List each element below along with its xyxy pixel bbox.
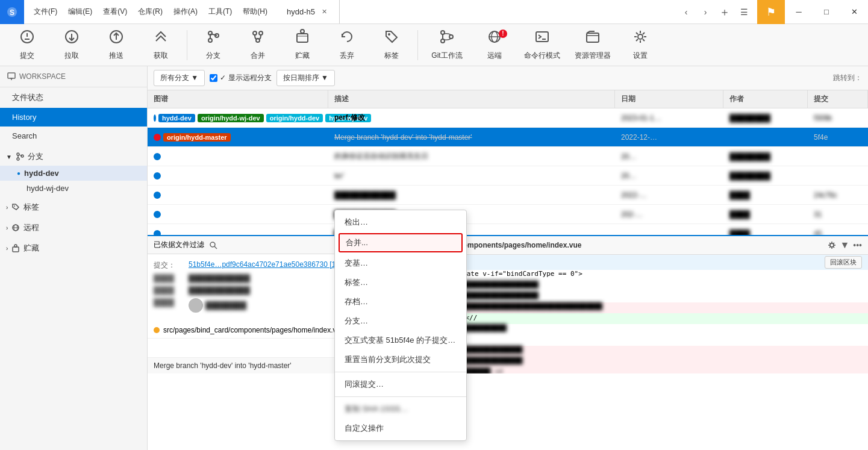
sidebar-item-history[interactable]: History (0, 108, 147, 127)
more-options-icon[interactable]: ••• (853, 240, 862, 250)
branch-item-hydd-wj-dev[interactable]: hydd-wj-dev (0, 181, 147, 196)
author-cell-2 (723, 135, 808, 140)
date-cell-4: 20… (615, 169, 723, 183)
tool-settings-label: 设置 (633, 51, 648, 61)
gear-icon[interactable] (828, 241, 836, 249)
menu-custom[interactable]: 自定义操作 (335, 419, 466, 438)
tool-remote[interactable]: ! 远端 (473, 27, 516, 63)
menu-rollback[interactable]: 同滚提交… (335, 375, 466, 394)
date-cell-6: 202-… (615, 208, 723, 221)
history-toolbar: 所有分支 ▼ ✓ 显示远程分支 按日期排序 ▼ 跳转到： (148, 66, 868, 90)
tool-push-label: 推送 (109, 51, 123, 61)
menu-archive[interactable]: 存档… (335, 292, 466, 311)
nav-back-btn[interactable]: ‹ (678, 4, 695, 20)
rollback-btn[interactable]: 回滚区块 (825, 256, 862, 269)
tabs: hydd-h5 ✕ (277, 0, 678, 23)
close-btn[interactable]: ✕ (840, 0, 868, 24)
tool-discard[interactable]: 丢弃 (326, 27, 368, 63)
chevron-down-icon: ▼ (6, 154, 12, 160)
tab-hydd-h5[interactable]: hydd-h5 ✕ (277, 0, 340, 23)
sort-by-date-dropdown[interactable]: 按日期排序 ▼ (276, 70, 335, 86)
history-row-3[interactable]: 的身份证后自动识别填充生日 20… ████████ (148, 147, 868, 166)
tool-explorer[interactable]: 资源管理器 (569, 27, 617, 63)
maximize-btn[interactable]: □ (813, 0, 840, 24)
merge-icon (250, 29, 266, 48)
tool-terminal[interactable]: 命令行模式 (518, 27, 566, 63)
tool-commit[interactable]: 提交 (6, 27, 48, 63)
tool-merge[interactable]: 合并 (237, 27, 279, 63)
tool-pull[interactable]: 拉取 (51, 27, 93, 63)
menu-branch[interactable]: 分支… (335, 311, 466, 331)
svg-point-30 (638, 34, 643, 39)
commit-label: 提交： (154, 260, 184, 270)
menu-interactive-rebase[interactable]: 交互式变基 51b5f4e 的子提交… (335, 331, 466, 350)
commit-cell-2: 5f4e (808, 131, 868, 144)
menu-rebase[interactable]: 变基… (335, 254, 466, 273)
menu-tools[interactable]: 工具(T) (204, 4, 237, 19)
svg-point-22 (449, 35, 453, 39)
branches-section-header[interactable]: ▼ 分支 (0, 148, 147, 166)
graph-cell-4 (148, 172, 328, 180)
menu-tag[interactable]: 标签… (335, 273, 466, 292)
menu-file[interactable]: 文件(F) (29, 4, 62, 19)
tool-push[interactable]: 推送 (95, 27, 137, 63)
menu-checkout[interactable]: 检出… (335, 213, 466, 232)
titlebar-controls: ‹ › ＋ ☰ (678, 4, 757, 20)
show-remote-checkbox[interactable]: ✓ 显示远程分支 (210, 73, 271, 83)
menu-copy-sha[interactable]: 复制 SHA 1SSS… (335, 399, 466, 419)
tags-section: › 标签 (0, 198, 147, 216)
tags-section-header[interactable]: › 标签 (0, 198, 147, 216)
all-branches-dropdown[interactable]: 所有分支 ▼ (154, 70, 205, 86)
tool-git-flow[interactable]: Git工作流 (423, 27, 471, 63)
merge-desc-text: Merge branch 'hydd-dev' into 'hydd-maste… (154, 361, 292, 370)
tool-tag[interactable]: 标签 (370, 27, 413, 63)
menu-action[interactable]: 操作(A) (169, 4, 202, 19)
flag-icon: ⚑ (757, 0, 785, 24)
menu-edit[interactable]: 编辑(E) (63, 4, 97, 19)
menu-merge[interactable]: 合并... (339, 233, 463, 252)
remote-section-header[interactable]: › 远程 (0, 219, 147, 237)
svg-rect-16 (297, 34, 308, 42)
file-modified-dot (154, 327, 160, 333)
new-tab-btn[interactable]: ＋ (716, 4, 733, 20)
menu-help[interactable]: 帮助(H) (238, 4, 272, 19)
sidebar-item-search[interactable]: Search (0, 127, 147, 145)
badge-origin-hydd-dev: origin/hydd-dev (266, 114, 323, 122)
date-label: ████ (154, 286, 184, 295)
tab-close-btn[interactable]: ✕ (320, 7, 329, 17)
history-row-6[interactable]: ████████████ 202-… ████ 31 (148, 205, 868, 224)
graph-cell-7 (148, 230, 328, 236)
commit-cell-6: 31 (808, 208, 868, 221)
menu-view[interactable]: 查看(V) (98, 4, 132, 19)
tool-settings[interactable]: 设置 (619, 27, 661, 63)
tool-branch[interactable]: 分支 (192, 27, 234, 63)
stash-section-header[interactable]: › 贮藏 (0, 239, 147, 257)
branches-section: ▼ 分支 ● hydd-dev hydd-wj-dev (0, 148, 147, 196)
menu-reset[interactable]: 重置当前分支到此次提交 (335, 350, 466, 369)
history-row[interactable]: hydd-dev origin/hydd-wj-dev origin/hydd-… (148, 108, 868, 128)
sidebar-item-file-status[interactable]: 文件状态 (0, 87, 147, 108)
sidebar: WORKSPACE 文件状态 History Search ▼ 分支 ● hyd… (0, 66, 148, 450)
branch-item-hydd-dev[interactable]: ● hydd-dev (0, 166, 147, 181)
tool-stash[interactable]: 贮藏 (281, 27, 323, 63)
nav-forward-btn[interactable]: › (697, 4, 714, 20)
history-row-5[interactable]: ████████████ 2022-… ████ 24c76c (148, 186, 868, 205)
workspace-text: WORKSPACE (19, 72, 66, 81)
svg-line-45 (214, 246, 217, 249)
history-row-4[interactable]: ter' 20… ████████ (148, 166, 868, 186)
line-content-7: < (407, 335, 868, 346)
tool-branch-label: 分支 (206, 51, 220, 61)
menu-btn[interactable]: ☰ (735, 4, 752, 20)
menu-repo[interactable]: 仓库(R) (133, 4, 167, 19)
svg-text:S: S (10, 8, 14, 17)
commit-cell-3 (808, 154, 868, 159)
show-remote-input[interactable] (210, 74, 217, 82)
app-logo: S (0, 0, 24, 24)
history-row-7[interactable]: ████████████ ████ 45 (148, 224, 868, 235)
tag-icon (384, 29, 399, 48)
tool-fetch[interactable]: 获取 (140, 27, 182, 63)
graph-dot-1 (154, 114, 156, 122)
chevron-down-icon-diff[interactable]: ▼ (840, 240, 849, 251)
history-row-selected[interactable]: origin/hydd-master Merge branch 'hydd-de… (148, 128, 868, 147)
minimize-btn[interactable]: ─ (785, 0, 813, 24)
